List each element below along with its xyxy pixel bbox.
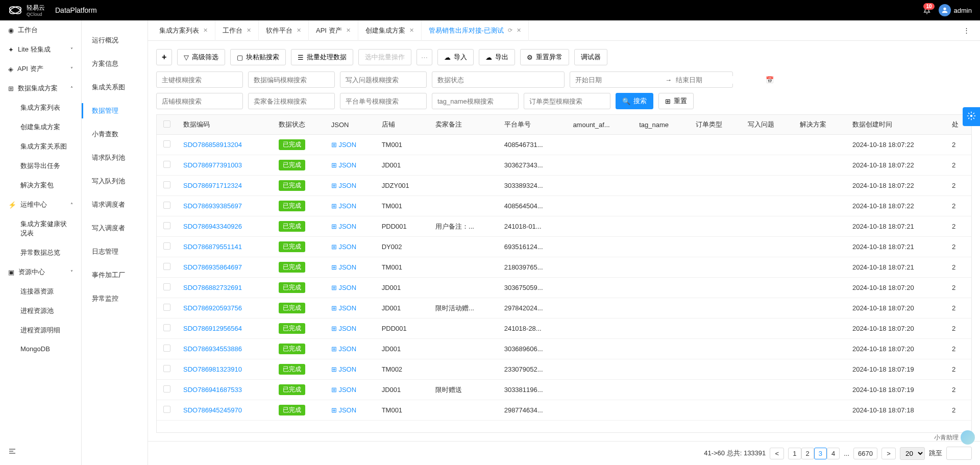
json-link[interactable]: JSON — [331, 141, 356, 149]
json-link[interactable]: JSON — [331, 386, 356, 394]
close-icon[interactable]: ✕ — [297, 27, 301, 34]
json-link[interactable]: JSON — [331, 345, 356, 353]
json-link[interactable]: JSON — [331, 161, 356, 169]
sub-sidebar-item[interactable]: 小青查数 — [82, 123, 148, 146]
tab[interactable]: 工作台✕ — [215, 20, 259, 41]
sidebar-subitem[interactable]: 数据导出任务 — [0, 156, 81, 176]
sub-sidebar-item[interactable]: 数据管理 — [82, 99, 148, 123]
close-icon[interactable]: ✕ — [346, 27, 351, 34]
json-link[interactable]: JSON — [331, 406, 356, 414]
search-button[interactable]: 🔍搜索 — [616, 93, 653, 109]
code-link[interactable]: SDO786934553886 — [183, 345, 242, 353]
json-link[interactable]: JSON — [331, 365, 356, 373]
tabs-more-button[interactable]: ⋮ — [957, 27, 976, 34]
sub-sidebar-item[interactable]: 请求调度者 — [82, 193, 148, 216]
import-button[interactable]: ☁导入 — [437, 49, 474, 65]
export-button[interactable]: ☁导出 — [479, 49, 515, 65]
batch-data-button[interactable]: ☰批量处理数据 — [291, 49, 353, 65]
json-link[interactable]: JSON — [331, 304, 356, 312]
row-checkbox[interactable] — [163, 181, 170, 188]
sidebar-subitem[interactable]: 集成方案列表 — [0, 98, 81, 117]
tab[interactable]: 创建集成方案✕ — [358, 20, 422, 41]
sidebar-subitem[interactable]: 进程资源明细 — [0, 321, 81, 340]
platform-order-input[interactable] — [340, 93, 427, 109]
code-link[interactable]: SDO786943340926 — [183, 223, 242, 230]
json-link[interactable]: JSON — [331, 263, 356, 271]
reset-button[interactable]: ⊞重置 — [658, 93, 694, 109]
select-all-checkbox[interactable] — [163, 120, 170, 128]
code-link[interactable]: SDO786939385697 — [183, 202, 242, 210]
code-link[interactable]: SDO786977391003 — [183, 161, 242, 169]
sub-sidebar-item[interactable]: 异常监控 — [82, 287, 148, 310]
sidebar-subitem[interactable]: 解决方案包 — [0, 176, 81, 195]
tab[interactable]: API 资产✕ — [309, 20, 358, 41]
json-link[interactable]: JSON — [331, 202, 356, 210]
tab[interactable]: 软件平台✕ — [259, 20, 309, 41]
sub-sidebar-item[interactable]: 运行概况 — [82, 29, 148, 52]
sidebar-item[interactable]: ▣资源中心˅ — [0, 262, 81, 282]
code-link[interactable]: SDO786920593756 — [183, 304, 242, 312]
code-link[interactable]: SDO786941687533 — [183, 386, 242, 394]
tab[interactable]: 管易销售出库对接-已测试⟳✕ — [422, 20, 529, 41]
json-link[interactable]: JSON — [331, 243, 356, 251]
sidebar-subitem[interactable]: 连接器资源 — [0, 282, 81, 301]
shop-search-input[interactable] — [156, 93, 243, 109]
reset-exception-button[interactable]: ⚙重置异常 — [520, 49, 569, 65]
json-link[interactable]: JSON — [331, 182, 356, 189]
page-number[interactable]: 2 — [801, 448, 814, 459]
page-jump-input[interactable] — [946, 447, 972, 460]
sub-sidebar-item[interactable]: 日志管理 — [82, 240, 148, 263]
code-link[interactable]: SDO786945245970 — [183, 406, 242, 414]
settings-float-button[interactable] — [963, 107, 980, 126]
code-link[interactable]: SDO786971712324 — [183, 182, 242, 189]
code-link[interactable]: SDO786981323910 — [183, 365, 242, 373]
sidebar-subitem[interactable]: 集成方案关系图 — [0, 137, 81, 156]
close-icon[interactable]: ✕ — [517, 27, 521, 34]
code-link[interactable]: SDO786935864697 — [183, 263, 242, 271]
page-number[interactable]: 4 — [827, 448, 840, 459]
paste-search-button[interactable]: ▢块粘贴搜索 — [230, 49, 286, 65]
sidebar-subitem[interactable]: 创建集成方案 — [0, 117, 81, 137]
close-icon[interactable]: ✕ — [409, 27, 414, 34]
row-checkbox[interactable] — [163, 140, 170, 148]
sidebar-subitem[interactable]: 进程资源池 — [0, 301, 81, 321]
sub-sidebar-item[interactable]: 方案信息 — [82, 52, 148, 76]
sidebar-item[interactable]: ◉工作台 — [0, 20, 81, 40]
row-checkbox[interactable] — [163, 242, 170, 250]
sub-sidebar-item[interactable]: 集成关系图 — [82, 76, 148, 99]
row-checkbox[interactable] — [163, 263, 170, 270]
row-checkbox[interactable] — [163, 222, 170, 229]
close-icon[interactable]: ✕ — [203, 27, 208, 34]
page-number[interactable]: 1 — [788, 448, 801, 459]
advanced-filter-button[interactable]: ▽高级筛选 — [177, 49, 225, 65]
ordertype-input[interactable] — [524, 93, 610, 109]
code-link[interactable]: SDO786882732691 — [183, 284, 242, 291]
date-range-picker[interactable]: → 📅 — [570, 71, 733, 88]
status-select[interactable] — [432, 71, 565, 88]
row-checkbox[interactable] — [163, 304, 170, 311]
sub-sidebar-item[interactable]: 写入队列池 — [82, 169, 148, 193]
assistant-widget[interactable]: 小青助理 — [934, 430, 975, 445]
issue-search-input[interactable] — [340, 71, 427, 88]
code-link[interactable]: SDO786858913204 — [183, 141, 242, 149]
row-checkbox[interactable] — [163, 365, 170, 372]
tagname-input[interactable] — [432, 93, 519, 109]
close-icon[interactable]: ✕ — [247, 27, 251, 34]
row-checkbox[interactable] — [163, 406, 170, 413]
sidebar-item[interactable]: ◈API 资产˅ — [0, 59, 81, 79]
user-menu[interactable]: admin — [939, 4, 972, 16]
sidebar-subitem[interactable]: MongoDB — [0, 340, 81, 358]
date-start-input[interactable] — [575, 76, 661, 84]
sidebar-subitem[interactable]: 集成方案健康状况表 — [0, 214, 81, 243]
notifications-button[interactable]: 10 — [923, 6, 930, 14]
row-checkbox[interactable] — [163, 202, 170, 209]
code-search-input[interactable] — [248, 71, 335, 88]
sidebar-item[interactable]: ✦Lite 轻集成˅ — [0, 40, 81, 59]
sidebar-item[interactable]: ⚡运维中心˄ — [0, 195, 81, 214]
tab[interactable]: 集成方案列表✕ — [152, 20, 215, 41]
sub-sidebar-item[interactable]: 事件加工厂 — [82, 263, 148, 287]
page-prev[interactable]: < — [770, 448, 784, 459]
sidebar-collapse-button[interactable] — [8, 447, 16, 457]
code-link[interactable]: SDO786912956564 — [183, 325, 242, 332]
refresh-icon[interactable]: ⟳ — [508, 27, 512, 34]
